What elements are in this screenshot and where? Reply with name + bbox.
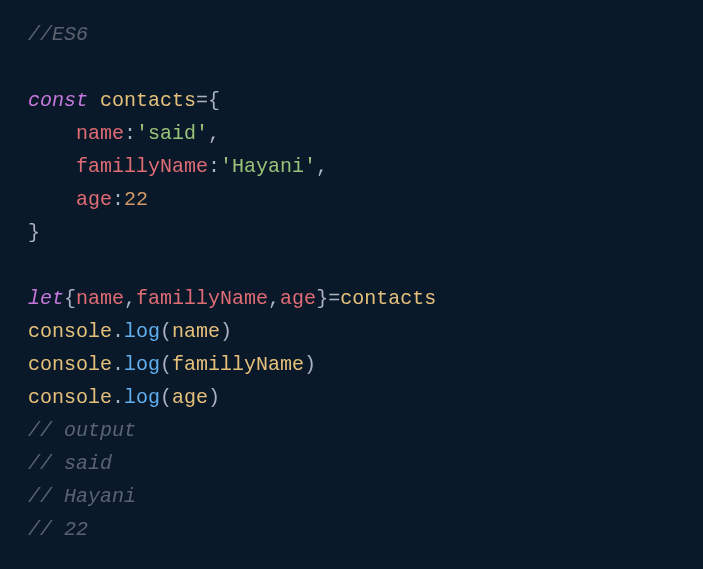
brace-open: { (64, 287, 76, 310)
comment-hayani: // Hayani (28, 485, 136, 508)
arg-age: age (172, 386, 208, 409)
paren-close: ) (304, 353, 316, 376)
console: console (28, 353, 112, 376)
var-contacts: contacts (340, 287, 436, 310)
brace-open: { (208, 89, 220, 112)
var-contacts: contacts (88, 89, 196, 112)
keyword-const: const (28, 89, 88, 112)
dot: . (112, 386, 124, 409)
destr-famillyname: famillyName (136, 287, 268, 310)
destr-name: name (76, 287, 124, 310)
prop-age: age (76, 188, 112, 211)
func-log: log (124, 386, 160, 409)
comment-output: // output (28, 419, 136, 442)
destr-age: age (280, 287, 316, 310)
comment-said: // said (28, 452, 112, 475)
paren-open: ( (160, 386, 172, 409)
colon: : (208, 155, 220, 178)
comma: , (268, 287, 280, 310)
punct-eq: = (196, 89, 208, 112)
comment-es6: //ES6 (28, 23, 88, 46)
comment-22: // 22 (28, 518, 88, 541)
paren-close: ) (208, 386, 220, 409)
paren-open: ( (160, 320, 172, 343)
dot: . (112, 353, 124, 376)
func-log: log (124, 353, 160, 376)
func-log: log (124, 320, 160, 343)
brace-close: } (316, 287, 328, 310)
keyword-let: let (28, 287, 64, 310)
console: console (28, 386, 112, 409)
eq: = (328, 287, 340, 310)
dot: . (112, 320, 124, 343)
comma: , (208, 122, 220, 145)
str-hayani: 'Hayani' (220, 155, 316, 178)
prop-name: name (76, 122, 124, 145)
comma: , (316, 155, 328, 178)
code-block: //ES6 const contacts={ name:'said', fami… (0, 0, 703, 564)
arg-name: name (172, 320, 220, 343)
prop-famillyname: famillyName (76, 155, 208, 178)
str-said: 'said' (136, 122, 208, 145)
colon: : (112, 188, 124, 211)
brace-close: } (28, 221, 40, 244)
paren-close: ) (220, 320, 232, 343)
paren-open: ( (160, 353, 172, 376)
console: console (28, 320, 112, 343)
colon: : (124, 122, 136, 145)
arg-famillyname: famillyName (172, 353, 304, 376)
num-22: 22 (124, 188, 148, 211)
comma: , (124, 287, 136, 310)
